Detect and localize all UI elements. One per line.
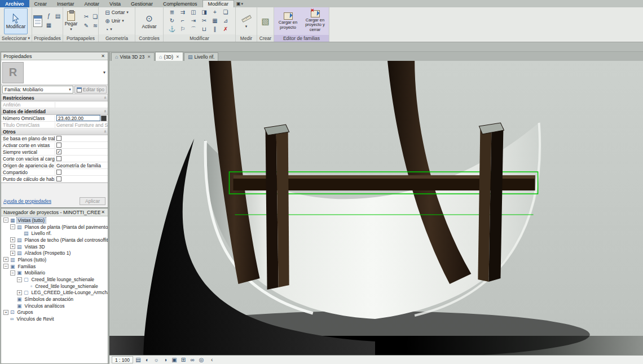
family-combobox[interactable]: Familia: Mobiliario ▾ (2, 86, 73, 94)
panel-label-editor-familias[interactable]: Editor de familias (274, 35, 329, 42)
view-tab-livello-rif[interactable]: ▤Livello rif. (184, 52, 218, 61)
load-into-project-button[interactable]: Cargar en proyecto (275, 8, 301, 34)
ribbon-tab-crear[interactable]: Crear (29, 0, 52, 7)
ribbon-tab-anotar[interactable]: Anotar (80, 0, 105, 7)
tree-item-livello-rif[interactable]: ▤Livello rif. (1, 230, 108, 237)
tree-expander-minus[interactable]: − (10, 270, 15, 276)
property-edit-field[interactable]: 23.40.20.00 (56, 115, 100, 121)
tree-item-s-mbolos-de-anotaci-n[interactable]: ▣Símbolos de anotación (1, 296, 108, 303)
measure-button[interactable]: ▾ (239, 8, 254, 34)
property-value[interactable]: Geometría de familia (55, 163, 108, 168)
pintar-split-button[interactable]: ◔▾ (104, 25, 130, 33)
ribbon-tab-insertar[interactable]: Insertar (52, 0, 80, 7)
panel-label-portapapeles[interactable]: Portapapeles (63, 35, 98, 42)
property-value[interactable] (55, 156, 108, 161)
tree-item-v-nculos-de-revit[interactable]: ∞Vínculos de Revit (1, 316, 108, 322)
tree-expander-minus[interactable]: − (17, 277, 22, 282)
property-section-restricciones[interactable]: Restricciones« (1, 95, 108, 101)
crop-view-icon[interactable]: ▣ (170, 356, 178, 363)
tree-item-familias[interactable]: −▣Familias (1, 263, 108, 270)
close-tab-icon[interactable]: ✕ (176, 55, 179, 59)
separar-icon[interactable]: ∥ (210, 25, 220, 33)
alinear-icon[interactable]: ≣ (168, 8, 177, 16)
close-icon[interactable]: ✕ (100, 210, 105, 215)
property-value[interactable] (55, 170, 108, 175)
checkbox[interactable] (56, 176, 61, 181)
tree-expander-plus[interactable]: + (17, 290, 22, 295)
ribbon-tab-archivo[interactable]: Archivo (0, 0, 29, 7)
modify-select-button[interactable]: Modificar (4, 8, 28, 34)
detail-level-icon[interactable]: ▤ (134, 356, 142, 363)
tree-item-leg-creed-little-lounge-armchair[interactable]: +▢LEG_CREED_Little-Lounge_Armchair (1, 290, 108, 296)
type-selector[interactable]: R ▾ (1, 60, 108, 85)
viewport-3d[interactable] (109, 61, 643, 355)
view-tab-vista-3d-23[interactable]: ⌂Vista 3D 23✕ (111, 52, 155, 61)
tree-expander-plus[interactable]: + (10, 251, 15, 256)
propiedades-de-tipo-icon[interactable]: ▤ (53, 12, 63, 20)
anclar-icon[interactable]: ⚓ (168, 25, 177, 33)
tree-expander-minus[interactable]: − (3, 264, 8, 269)
checkbox[interactable]: ✓ (56, 149, 61, 154)
desanclar-icon[interactable]: ⚐ (178, 25, 188, 33)
ribbon-tab-gestionar[interactable]: Gestionar (126, 0, 158, 7)
alargar-icon[interactable]: ⇥ (189, 17, 199, 25)
empalmar-icon[interactable]: ⌒ (189, 25, 199, 33)
chevron-down-icon[interactable]: ▾ (103, 70, 107, 75)
categoria-y-parametros-icon[interactable]: ▦ (44, 21, 54, 29)
panel-label-seleccionar[interactable]: Seleccionar ▾ (0, 35, 32, 42)
ribbon-tab-vista[interactable]: Vista (104, 0, 126, 7)
tree-expander-plus[interactable]: + (3, 310, 8, 315)
unir-geometria-icon[interactable]: ⊔ (200, 25, 209, 33)
ribbon-tab-complementos[interactable]: Complementos (158, 0, 202, 7)
load-into-project-close-button[interactable]: ✕ Cargar en proyecto y cerrar (302, 8, 328, 34)
property-value[interactable]: ✓ (55, 149, 108, 154)
property-value[interactable]: 23.40.20.00 (55, 115, 108, 121)
tree-item-vistas-3d[interactable]: +▤Vistas 3D (1, 243, 108, 250)
escala-icon[interactable]: ⊿ (221, 17, 231, 25)
tree-expander-plus[interactable]: + (10, 237, 15, 242)
dividir-icon[interactable]: ✂ (200, 17, 209, 25)
cortar-al-portapapeles-icon[interactable]: ✂ (81, 12, 91, 20)
browse-button[interactable] (101, 116, 107, 121)
edit-type-button[interactable]: Editar tipo (74, 86, 107, 94)
properties-header[interactable]: Propiedades ✕ (1, 52, 108, 60)
property-section-otros[interactable]: Otros« (1, 128, 108, 135)
apply-button[interactable]: Aplicar (80, 197, 105, 205)
matriz-icon[interactable]: ▦ (210, 17, 220, 25)
tree-expander-plus[interactable]: + (3, 257, 8, 262)
chair-front-leg-left-dark-face[interactable] (266, 127, 279, 290)
show-crop-region-icon[interactable]: ⊞ (179, 356, 187, 363)
panel-label-geometria[interactable]: Geometría (99, 34, 135, 42)
tree-expander-minus[interactable]: − (10, 224, 15, 229)
checkbox[interactable] (56, 170, 61, 175)
scroll-left-arrow[interactable]: ‹ (211, 357, 213, 363)
modify-subtab-dropdown[interactable]: ▣▾ (234, 0, 245, 7)
cortar-split-button[interactable]: ⊟Cortar▾ (104, 8, 130, 16)
eliminar-icon[interactable]: ✗ (221, 25, 231, 33)
tree-item-v-nculos-anal-ticos[interactable]: ▣Vínculos analíticos (1, 303, 108, 309)
rotar-icon[interactable]: ↻ (168, 17, 177, 25)
unir-split-button[interactable]: ⊕Unir▾ (104, 17, 130, 25)
tipos-de-familia-icon[interactable]: ƒ (44, 12, 54, 20)
panel-label-controles[interactable]: Controles (135, 35, 163, 42)
property-value[interactable] (55, 176, 108, 181)
activate-controls-button[interactable]: ⊙ Activar (140, 8, 159, 34)
igualar-propiedades-tipo-icon[interactable]: ✎ (81, 21, 91, 29)
property-value[interactable] (55, 143, 108, 148)
tree-expander-minus[interactable]: − (3, 217, 8, 223)
view-tab-3d[interactable]: ⌂(3D)✕ (155, 52, 183, 61)
chair-front-leg-left-light-face[interactable] (276, 127, 289, 287)
create-group-button[interactable]: ▧ (259, 8, 271, 34)
property-value[interactable] (55, 136, 108, 141)
properties-help-link[interactable]: Ayuda de propiedades (3, 198, 51, 204)
sun-path-icon[interactable]: ☼ (152, 356, 160, 363)
copiar-icon[interactable]: ❏ (221, 8, 231, 16)
hide-isolate-icon[interactable]: ∞ (188, 356, 196, 363)
tree-item-vistas-tutto[interactable]: −▦Vistas (tutto) (1, 217, 108, 224)
close-tab-icon[interactable]: ✕ (147, 55, 151, 59)
properties-palette-icon[interactable] (33, 15, 42, 27)
checkbox[interactable] (56, 156, 61, 161)
close-icon[interactable]: ✕ (100, 54, 105, 59)
property-section-datos-de-identidad[interactable]: Datos de identidad« (1, 108, 108, 115)
tree-item-creed-little-lounge-schienale[interactable]: ▫Creed_little lounge_schienale (1, 283, 108, 290)
